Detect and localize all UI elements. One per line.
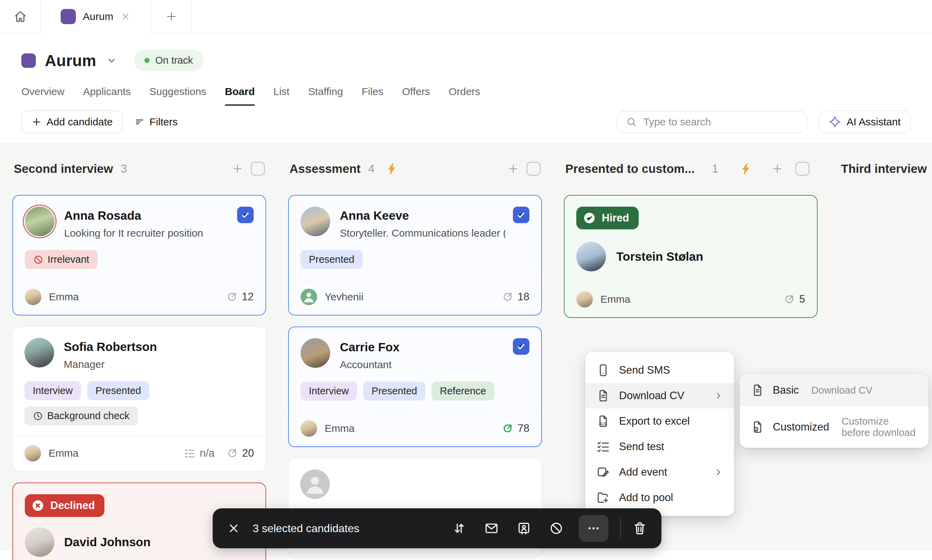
- candidate-name: Anna Keeve: [340, 209, 505, 223]
- menu-item-download-cv[interactable]: Download CV: [585, 383, 734, 408]
- add-card-icon[interactable]: [772, 163, 783, 175]
- context-menu: Send SMS Download CV Export to excel Sen…: [585, 352, 734, 516]
- contact-card-icon[interactable]: [517, 521, 531, 535]
- ai-assistant-button[interactable]: AI Assistant: [819, 111, 910, 133]
- kanban-board: Second interview 3 Anna Rosada Looking f…: [0, 144, 932, 550]
- block-icon[interactable]: [549, 521, 563, 535]
- email-icon[interactable]: [484, 521, 499, 535]
- select-all-checkbox[interactable]: [796, 162, 809, 175]
- new-tab-button[interactable]: [151, 0, 191, 33]
- column-header: Third interview: [839, 162, 932, 175]
- chevron-down-icon[interactable]: [106, 55, 117, 66]
- menu-item-add-event[interactable]: Add event: [585, 460, 734, 485]
- section-nav: Overview Applicants Suggestions Board Li…: [0, 71, 932, 106]
- card-checkbox-checked[interactable]: [513, 207, 529, 223]
- select-all-checkbox[interactable]: [251, 162, 265, 175]
- candidate-name: Sofia Robertson: [64, 340, 157, 354]
- tag-presented: Presented: [87, 381, 149, 400]
- tab-files[interactable]: Files: [361, 86, 383, 106]
- menu-item-send-test[interactable]: Send test: [585, 434, 734, 460]
- tab-aurum[interactable]: Aurum: [41, 0, 151, 33]
- sort-move-icon[interactable]: [452, 521, 466, 535]
- chevron-right-icon: [713, 467, 723, 477]
- tab-applicants[interactable]: Applicants: [83, 86, 131, 106]
- tasks-metric: n/a: [184, 447, 214, 460]
- column-title: Assessment: [290, 162, 361, 175]
- owner-name: Yevhenii: [325, 291, 363, 303]
- home-button[interactable]: [0, 0, 41, 33]
- owner-name: Emma: [49, 448, 79, 459]
- match-score: 78: [502, 422, 529, 435]
- document-icon: [751, 383, 764, 397]
- tag-interview: Interview: [301, 382, 357, 400]
- candidate-card-sofia-robertson[interactable]: Sofia Robertson Manager Interview Presen…: [12, 326, 266, 471]
- tab-overview[interactable]: Overview: [22, 86, 65, 106]
- owner-avatar: [301, 420, 317, 437]
- owner-avatar: [301, 289, 317, 305]
- candidate-card-carrie-fox[interactable]: Carrie Fox Accountant Interview Presente…: [288, 326, 542, 447]
- hired-badge: Hired: [576, 207, 639, 229]
- select-all-checkbox[interactable]: [527, 162, 540, 175]
- tab-offers[interactable]: Offers: [402, 86, 430, 106]
- column-assessment: Assessment 4 Anna Keeve Storyteller. Com…: [288, 162, 542, 550]
- bulk-action-bar: 3 selected candidates: [213, 508, 662, 548]
- tag-background-check: Background check: [25, 406, 138, 425]
- tab-list[interactable]: List: [273, 86, 290, 106]
- tab-board[interactable]: Board: [225, 86, 255, 106]
- delete-icon[interactable]: [633, 521, 647, 535]
- search-icon: [626, 116, 637, 128]
- owner-name: Emma: [49, 291, 79, 303]
- submenu-item-basic[interactable]: Basic Download CV: [740, 374, 929, 406]
- status-badge[interactable]: On track: [134, 49, 204, 71]
- column-header: Second interview 3: [12, 162, 266, 175]
- card-checkbox-checked[interactable]: [237, 207, 254, 223]
- filters-label: Filters: [150, 116, 178, 128]
- column-title: Second interview: [14, 162, 113, 175]
- add-card-icon[interactable]: [508, 163, 519, 175]
- more-actions-button[interactable]: [579, 515, 608, 542]
- search-input[interactable]: [643, 116, 798, 128]
- gauge-icon: [784, 294, 795, 305]
- candidate-position: Manager: [64, 358, 157, 370]
- column-header: Presented to custom... 1: [564, 162, 818, 175]
- plus-icon: [31, 117, 42, 127]
- page-header: Aurum On track: [0, 33, 932, 71]
- avatar: [25, 207, 54, 236]
- match-score: 18: [502, 291, 529, 303]
- submenu-item-customized[interactable]: Customized Customize before download: [740, 406, 929, 448]
- tag-reference: Reference: [432, 382, 494, 400]
- home-icon: [14, 10, 27, 23]
- document-gear-icon: [751, 420, 764, 434]
- menu-item-add-to-pool[interactable]: Add to pool: [585, 485, 734, 511]
- no-entry-icon: [33, 254, 43, 265]
- close-tab-icon[interactable]: [120, 11, 131, 22]
- match-score: 20: [227, 447, 254, 460]
- search-box[interactable]: [617, 111, 807, 133]
- menu-item-export-to-excel[interactable]: Export to excel: [585, 408, 734, 434]
- candidate-name: Torstein Stølan: [616, 250, 703, 263]
- clear-selection-icon[interactable]: [227, 522, 240, 535]
- avatar: [301, 207, 330, 236]
- chevron-right-icon: [713, 391, 723, 400]
- tab-suggestions[interactable]: Suggestions: [149, 86, 206, 106]
- ai-assistant-label: AI Assistant: [847, 116, 901, 128]
- column-count: 1: [712, 162, 718, 175]
- tab-orders[interactable]: Orders: [449, 86, 480, 106]
- tag-presented: Presented: [301, 250, 363, 269]
- add-card-icon[interactable]: [231, 163, 243, 175]
- document-icon: [596, 389, 610, 403]
- candidate-card-anna-rosada[interactable]: Anna Rosada Looking for It recruiter pos…: [12, 195, 266, 315]
- tab-staffing[interactable]: Staffing: [308, 86, 343, 106]
- phone-icon: [596, 363, 610, 377]
- candidate-card-anna-keeve[interactable]: Anna Keeve Storyteller. Communications l…: [288, 195, 542, 315]
- column-header: Assessment 4: [288, 162, 542, 175]
- gauge-icon: [502, 423, 514, 434]
- candidate-card-torstein-stolan[interactable]: Hired Torstein Stølan Emma 5: [564, 195, 818, 318]
- card-footer: Emma n/a 20: [13, 436, 266, 465]
- card-checkbox-checked[interactable]: [513, 338, 529, 355]
- menu-item-send-sms[interactable]: Send SMS: [585, 357, 734, 383]
- filters-button[interactable]: Filters: [134, 116, 178, 128]
- tag-irrelevant: Irrelevant: [25, 250, 97, 269]
- add-candidate-button[interactable]: Add candidate: [22, 111, 123, 133]
- candidate-name: Anna Rosada: [64, 209, 204, 223]
